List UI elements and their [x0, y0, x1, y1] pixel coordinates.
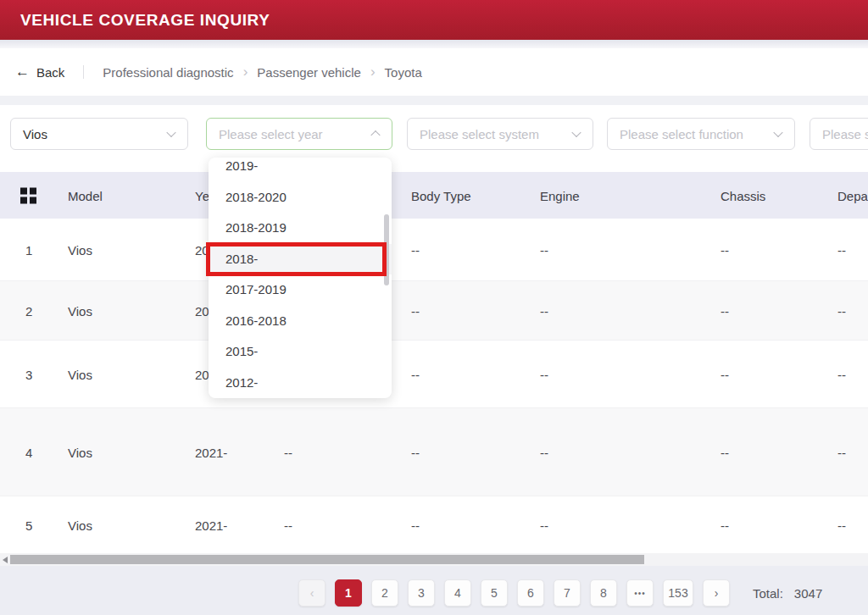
row-number: 3: [25, 367, 32, 381]
year-option[interactable]: 2018-2020: [209, 182, 392, 213]
cell-engine: --: [540, 518, 548, 532]
cell-body: --: [411, 242, 420, 257]
back-arrow-icon: ←: [15, 64, 30, 80]
page-button-7[interactable]: 7: [554, 579, 581, 607]
extra-select-placeholder: Please select: [822, 127, 868, 141]
chevron-down-icon: [773, 128, 782, 137]
table-row[interactable]: 2 Vios 20 -- -- -- --: [0, 280, 868, 340]
model-select[interactable]: Vios: [10, 118, 188, 150]
column-header-chassis: Chassis: [721, 188, 765, 202]
main-content: Vios Please select year Please select sy…: [0, 105, 868, 566]
function-select[interactable]: Please select function: [607, 118, 795, 150]
breadcrumb: ← Back Professional diagnostic › Passeng…: [0, 48, 868, 96]
model-select-value: Vios: [23, 127, 47, 141]
dropdown-scrollbar-thumb[interactable]: [384, 214, 389, 285]
next-page-button[interactable]: ›: [703, 579, 730, 607]
cell-dept: --: [837, 367, 846, 381]
back-button[interactable]: Back: [36, 65, 64, 80]
chevron-right-icon: ›: [370, 64, 376, 80]
cell-year: 20: [195, 367, 209, 381]
extra-select[interactable]: Please select: [810, 118, 868, 150]
cell-model: Vios: [68, 518, 92, 532]
column-header-engine: Engine: [540, 188, 580, 202]
year-select[interactable]: Please select year: [206, 118, 392, 150]
chevron-right-icon: ›: [243, 64, 248, 80]
cell-engine: --: [540, 445, 548, 459]
breadcrumb-item-toyota[interactable]: Toyota: [385, 65, 422, 80]
prev-page-button[interactable]: ‹: [298, 579, 326, 607]
horizontal-scrollbar[interactable]: [0, 553, 868, 566]
system-select-placeholder: Please select system: [420, 127, 539, 141]
year-dropdown-panel: 2019- 2018-2020 2018-2019 2018- 2017-201…: [209, 158, 392, 398]
page-button-4[interactable]: 4: [444, 579, 471, 607]
cell-body: --: [411, 518, 420, 532]
cell-chassis: --: [721, 367, 729, 381]
column-header-body-type: Body Type: [411, 188, 471, 202]
page-title: VEHICLE COVERAGE INQUIRY: [20, 11, 270, 30]
chevron-down-icon: [166, 128, 175, 137]
table-row[interactable]: 1 Vios 20 -- -- -- --: [0, 219, 868, 280]
cell-chassis: --: [721, 303, 729, 318]
year-option[interactable]: 2015-: [209, 336, 392, 368]
breadcrumb-item-professional-diagnostic[interactable]: Professional diagnostic: [103, 65, 233, 80]
page-button-2[interactable]: 2: [371, 579, 398, 607]
section-gap: [0, 96, 868, 105]
cell-engine: --: [540, 367, 548, 381]
cell-year: 2021-: [195, 518, 227, 532]
page-button-153[interactable]: 153: [663, 579, 693, 607]
chevron-up-icon: [370, 130, 380, 140]
cell-dept: --: [837, 518, 846, 532]
breadcrumb-item-passenger-vehicle[interactable]: Passenger vehicle: [257, 65, 361, 80]
chevron-down-icon: [571, 128, 581, 137]
cell-body: --: [411, 367, 420, 381]
cell-model: Vios: [68, 445, 92, 459]
cell-year: 2021-: [195, 445, 227, 459]
scroll-left-arrow-icon[interactable]: [3, 557, 8, 563]
app-header: VEHICLE COVERAGE INQUIRY: [0, 0, 868, 40]
page-button-5[interactable]: 5: [481, 579, 508, 607]
year-select-placeholder: Please select year: [219, 127, 323, 141]
cell-engine: --: [540, 303, 548, 318]
horizontal-scrollbar-thumb[interactable]: [10, 555, 644, 564]
year-option[interactable]: 2012-: [209, 368, 392, 399]
year-option[interactable]: 2019-: [209, 158, 392, 182]
total-value: 3047: [794, 586, 822, 601]
page-button-1[interactable]: 1: [335, 579, 362, 607]
cell-year: 20: [195, 242, 209, 257]
page-button-3[interactable]: 3: [408, 579, 435, 607]
row-number: 1: [25, 242, 32, 257]
cell-dept: --: [837, 242, 846, 257]
breadcrumb-divider: [83, 65, 84, 79]
row-number: 5: [25, 518, 32, 532]
cell-chassis: --: [721, 518, 729, 532]
cell-dept: --: [837, 445, 846, 459]
cell-engine: --: [540, 242, 548, 257]
table-row[interactable]: 3 Vios 20 -- -- -- --: [0, 340, 868, 407]
page-button-8[interactable]: 8: [590, 579, 617, 607]
table-row[interactable]: 4 Vios 2021- -- -- -- -- --: [0, 407, 868, 496]
table-header: Model Year Body Type Engine Chassis Depa: [0, 172, 868, 219]
page-button-6[interactable]: 6: [517, 579, 544, 607]
pagination: ‹ 1 2 3 4 5 6 7 8 ••• 153 › Total: 3047: [298, 579, 822, 607]
row-number: 4: [25, 445, 32, 459]
system-select[interactable]: Please select system: [407, 118, 593, 150]
cell-col4: --: [284, 445, 292, 459]
cell-year: 20: [195, 303, 209, 318]
year-option-highlighted[interactable]: 2018-: [209, 244, 392, 275]
year-option[interactable]: 2016-2018: [209, 306, 392, 337]
year-option[interactable]: 2018-2019: [209, 213, 392, 244]
cell-body: --: [411, 445, 420, 459]
total-label: Total:: [753, 586, 783, 601]
table-row[interactable]: 5 Vios 2021- -- -- -- -- --: [0, 496, 868, 553]
grid-view-icon[interactable]: [20, 187, 36, 203]
cell-dept: --: [837, 303, 846, 318]
header-shadow-strip: [0, 40, 868, 48]
year-option[interactable]: 2017-2019: [209, 274, 392, 306]
cell-chassis: --: [721, 242, 729, 257]
column-header-model: Model: [68, 188, 103, 202]
row-number: 2: [25, 303, 32, 318]
cell-col4: --: [284, 518, 292, 532]
pagination-ellipsis[interactable]: •••: [626, 579, 654, 607]
cell-body: --: [411, 303, 420, 318]
cell-model: Vios: [68, 367, 92, 381]
